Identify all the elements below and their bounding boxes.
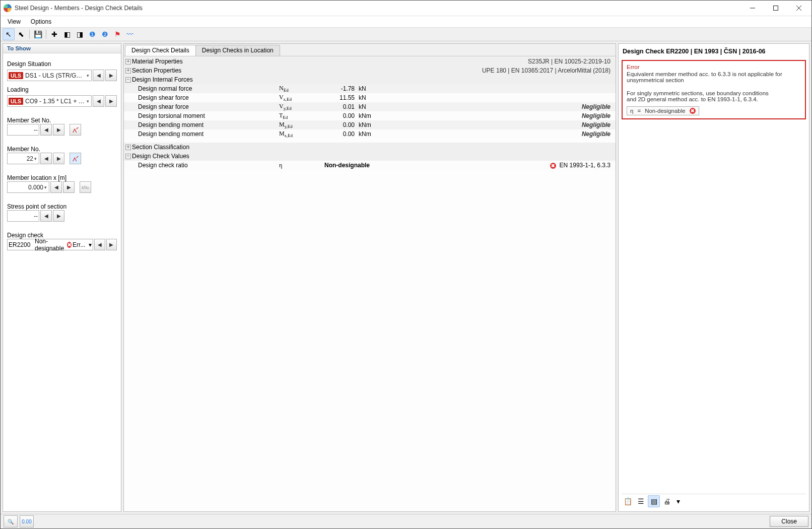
collapse-icon[interactable]: − <box>125 154 131 159</box>
center-wrap: Design Check Details Design Checks in Lo… <box>123 43 809 512</box>
tree-row: Design bending moment My,Ed 0.00 kNm Neg… <box>124 120 616 129</box>
next-button[interactable]: ▶ <box>106 239 117 250</box>
tree-row-negligible: Negligible <box>379 112 616 119</box>
tree-row-symbol: Vy,Ed <box>279 103 324 111</box>
eq-equals: = <box>637 108 641 114</box>
prev-button[interactable]: ◀ <box>40 124 52 136</box>
design-check-combo[interactable]: ER2200 Non-designable ✖ Err... ▾ <box>7 239 93 250</box>
right-panel: Design Check ER2200 | EN 1993 | ČSN | 20… <box>618 43 809 512</box>
member-set-combo[interactable]: -- <box>7 124 39 136</box>
tree-row-symbol: Vz,Ed <box>279 94 324 102</box>
status-decimal-icon[interactable]: 0.00 <box>20 515 34 527</box>
toolbar-flag-icon[interactable]: ⚑ <box>111 28 123 40</box>
maximize-button[interactable] <box>764 1 787 16</box>
toolbar-info2-icon[interactable]: ❷ <box>99 28 111 40</box>
toolbar-save-icon[interactable]: 💾 <box>32 28 44 40</box>
chevron-down-icon: ▾ <box>86 99 90 104</box>
stress-point-label: Stress point of section <box>7 203 117 210</box>
stress-point-value: -- <box>9 213 38 220</box>
member-no-pick-icon[interactable] <box>70 153 81 164</box>
tree-row-symbol: Mz,Ed <box>279 130 324 138</box>
tree-group-material[interactable]: + Material Properties S235JR | EN 10025-… <box>124 57 616 66</box>
toolbar-zoom-all-icon[interactable]: ✚ <box>48 28 60 40</box>
next-button[interactable]: ▶ <box>105 70 117 81</box>
tree-summary: S235JR | EN 10025-2:2019-10 <box>233 58 616 65</box>
toolbar-view1-icon[interactable]: ◧ <box>61 28 73 40</box>
toolbar-separator <box>29 30 30 39</box>
tree-group-section[interactable]: + Section Properties UPE 180 | EN 10365:… <box>124 66 616 75</box>
member-set-pick-icon[interactable] <box>70 124 81 136</box>
toolbar-select-icon[interactable]: ↖ <box>3 28 15 40</box>
expand-icon[interactable]: + <box>125 59 131 64</box>
member-loc-combo[interactable]: 0.000 ▾ <box>7 181 49 193</box>
right-tool-details-icon[interactable]: ▤ <box>648 495 660 507</box>
tree-label: Section Classification <box>132 144 273 151</box>
loading-value: CO9 - 1.35 * LC1 + 1.35 * LC2 + ... <box>25 98 86 105</box>
tree-row-unit: kN <box>359 103 379 110</box>
next-button[interactable]: ▶ <box>63 181 75 193</box>
tree-row-label: Design bending moment <box>138 121 279 128</box>
right-tool-copy-icon[interactable]: 📋 <box>622 495 634 507</box>
close-button[interactable]: Close <box>770 516 808 527</box>
app-icon <box>4 4 12 12</box>
toolbar-info1-icon[interactable]: ❶ <box>86 28 98 40</box>
next-button[interactable]: ▶ <box>53 153 64 164</box>
tree-row-label: Design torsional moment <box>138 112 279 119</box>
prev-button[interactable]: ◀ <box>94 239 105 250</box>
minimize-button[interactable] <box>741 1 764 16</box>
collapse-icon[interactable]: − <box>125 77 131 83</box>
member-loc-x-icon[interactable]: x/x₀ <box>80 181 91 193</box>
tab-design-check-details[interactable]: Design Check Details <box>125 45 196 56</box>
error-box: Error Equivalent member method acc. to 6… <box>622 60 806 119</box>
chevron-down-icon: ▾ <box>89 241 92 248</box>
right-tool-print-icon[interactable]: 🖨 <box>661 495 673 507</box>
status-search-icon[interactable]: 🔍 <box>4 515 18 527</box>
prev-button[interactable]: ◀ <box>93 95 104 107</box>
close-window-button[interactable] <box>787 1 810 16</box>
toolbar-cursor-icon[interactable]: ⬉ <box>15 28 27 40</box>
error-note-1: For singly symmetric sections, use bound… <box>627 90 801 96</box>
expand-icon[interactable]: + <box>125 145 131 150</box>
prev-button[interactable]: ◀ <box>50 181 62 193</box>
design-situation-value: DS1 - ULS (STR/GEO) - Permane... <box>25 72 86 79</box>
next-button[interactable]: ▶ <box>53 124 64 136</box>
design-check-title: Design Check ER2200 | EN 1993 | ČSN | 20… <box>622 47 806 58</box>
tree-group-design-check-values[interactable]: − Design Check Values <box>124 152 616 161</box>
tree-row-value: 0.01 <box>324 103 359 110</box>
uls-tag: ULS <box>9 72 23 79</box>
tree-row-reference: EN 1993-1-1, 6.3.3 <box>560 162 611 169</box>
tree-label: Section Properties <box>132 67 233 74</box>
loading-combo[interactable]: ULS CO9 - 1.35 * LC1 + 1.35 * LC2 + ... … <box>7 95 92 107</box>
tabs: Design Check Details Design Checks in Lo… <box>124 44 616 56</box>
tree-group-internal-forces[interactable]: − Design Internal Forces <box>124 75 616 84</box>
tree-row-symbol: TEd <box>279 112 324 120</box>
tab-design-checks-in-location[interactable]: Design Checks in Location <box>195 45 280 56</box>
tree-group-section-class[interactable]: + Section Classification <box>124 143 616 152</box>
toolbar-view2-icon[interactable]: ◨ <box>74 28 86 40</box>
prev-button[interactable]: ◀ <box>40 153 52 164</box>
chevron-down-icon: ▾ <box>43 185 48 190</box>
design-situation-combo[interactable]: ULS DS1 - ULS (STR/GEO) - Permane... ▾ <box>7 70 92 81</box>
tree-summary: UPE 180 | EN 10365:2017 | ArcelorMittal … <box>233 67 616 74</box>
tree-row-negligible: Negligible <box>379 121 616 128</box>
chevron-down-icon: ▾ <box>33 156 38 161</box>
tree-row-value-text: Non-designable <box>324 162 375 169</box>
right-tool-list-icon[interactable]: ☰ <box>635 495 647 507</box>
toolbar-graph-icon[interactable]: 〰 <box>124 28 136 40</box>
tree-area[interactable]: + Material Properties S235JR | EN 10025-… <box>124 56 616 511</box>
next-button[interactable]: ▶ <box>105 95 117 107</box>
menu-view[interactable]: View <box>3 17 26 26</box>
tree-row: Design shear force Vy,Ed 0.01 kN Negligi… <box>124 102 616 111</box>
next-button[interactable]: ▶ <box>53 210 64 222</box>
tree-row-value: -1.78 <box>324 85 359 92</box>
error-icon: ✖ <box>690 108 696 114</box>
menu-options[interactable]: Options <box>26 17 56 26</box>
right-tool-dropdown-icon[interactable]: ▾ <box>674 495 682 507</box>
member-no-label: Member No. <box>7 146 117 153</box>
stress-point-combo[interactable]: -- <box>7 210 39 222</box>
prev-button[interactable]: ◀ <box>93 70 104 81</box>
expand-icon[interactable]: + <box>125 68 131 74</box>
prev-button[interactable]: ◀ <box>40 210 52 222</box>
uls-tag: ULS <box>9 98 23 105</box>
member-no-combo[interactable]: 22 ▾ <box>7 153 39 164</box>
